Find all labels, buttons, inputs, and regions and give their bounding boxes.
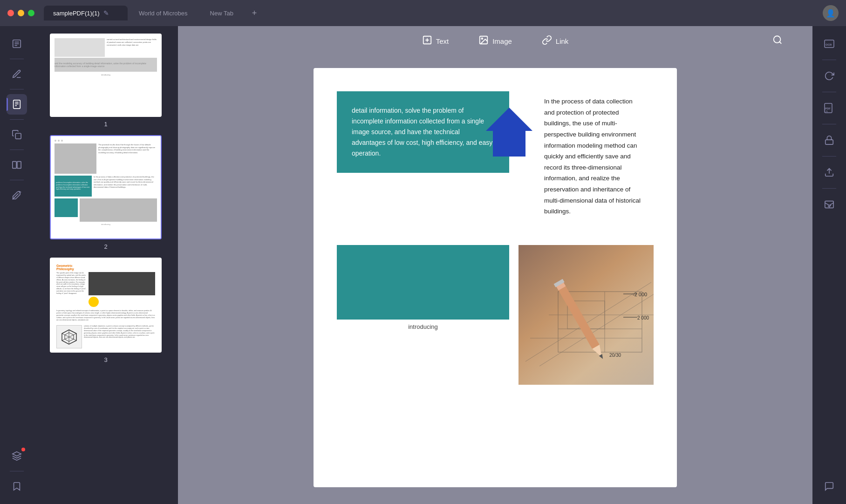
thumb-label-3: 3 — [104, 356, 107, 363]
svg-rect-8 — [15, 133, 21, 139]
sidebar-icon-bookmark[interactable] — [7, 476, 27, 497]
thumbnail-panel[interactable]: carried out and architectural and enviro… — [34, 26, 178, 504]
right-sidebar: OCR PDF /A — [812, 26, 846, 504]
right-divider-1 — [822, 60, 836, 60]
sidebar-divider-2 — [10, 89, 24, 89]
text-icon — [422, 35, 432, 48]
teal-box-text: detail information, solve the problem of… — [352, 107, 492, 157]
svg-rect-50 — [826, 140, 833, 144]
traffic-lights — [7, 10, 34, 16]
active-indicator — [7, 98, 8, 111]
svg-line-24 — [779, 42, 781, 44]
close-button[interactable] — [7, 10, 14, 16]
svg-rect-4 — [14, 100, 20, 109]
thumb3-content: GeometricPhilosophy The specific point o… — [51, 259, 161, 352]
svg-text:20/30: 20/30 — [609, 353, 621, 358]
svg-marker-25 — [486, 108, 532, 157]
link-icon — [542, 35, 552, 48]
tab-newtab[interactable]: New Tab — [199, 6, 245, 20]
bottom-teal-block — [337, 245, 509, 320]
maximize-button[interactable] — [28, 10, 34, 16]
main-area: carried out and architectural and enviro… — [0, 26, 846, 504]
svg-rect-9 — [13, 162, 16, 169]
svg-line-11 — [13, 193, 19, 199]
sidebar-icon-reader[interactable] — [7, 34, 27, 54]
mail-button[interactable] — [819, 194, 839, 215]
pdfa-button[interactable]: PDF /A — [819, 98, 839, 118]
title-bar: samplePDF(1)(1) ✎ World of Microbes New … — [0, 0, 846, 26]
thumbnail-item-2[interactable]: The practical results show that through … — [41, 135, 171, 250]
image-tool-label: Image — [492, 37, 512, 45]
svg-text:-2 000: -2 000 — [633, 292, 647, 297]
sidebar-icon-brush[interactable] — [7, 185, 27, 205]
search-button[interactable] — [772, 35, 783, 48]
right-divider-5 — [822, 188, 836, 189]
new-tab-button[interactable]: + — [245, 5, 265, 22]
image-tool-button[interactable]: Image — [471, 31, 519, 51]
rotate-button[interactable] — [819, 66, 839, 86]
sidebar-icon-layers[interactable] — [7, 446, 27, 466]
share-button[interactable] — [819, 162, 839, 183]
introducing-label: introducing — [337, 320, 509, 334]
sidebar-icon-pages[interactable] — [7, 94, 27, 115]
pdf-page: detail information, solve the problem of… — [314, 68, 677, 487]
sidebar-divider-5 — [10, 180, 24, 180]
thumbnail-frame-1[interactable]: carried out and architectural and enviro… — [50, 34, 162, 117]
sidebar-divider-4 — [10, 150, 24, 150]
svg-rect-10 — [17, 162, 21, 169]
text-tool-label: Text — [436, 37, 449, 45]
thumbnail-item-1[interactable]: carried out and architectural and enviro… — [41, 34, 171, 128]
right-text: In the process of data collection and pr… — [544, 98, 641, 215]
thumbnail-frame-2[interactable]: The practical results show that through … — [50, 135, 162, 239]
svg-point-23 — [774, 36, 781, 43]
active-tab[interactable]: samplePDF(1)(1) ✎ — [44, 6, 128, 20]
sidebar-divider-1 — [10, 59, 24, 59]
page2-content: detail information, solve the problem of… — [314, 68, 677, 394]
thumb-label-2: 2 — [104, 243, 107, 250]
blueprint-image: -2 000 2 000 20/30 — [519, 245, 654, 385]
thumbnail-frame-3[interactable]: GeometricPhilosophy The specific point o… — [50, 258, 162, 353]
thumbnail-item-3[interactable]: GeometricPhilosophy The specific point o… — [41, 258, 171, 363]
thumb2-content: The practical results show that through … — [51, 136, 161, 238]
image-icon — [478, 35, 489, 48]
sidebar-icon-compare[interactable] — [7, 155, 27, 175]
link-tool-label: Link — [556, 37, 569, 45]
right-divider-4 — [822, 156, 836, 157]
text-tool-button[interactable]: Text — [415, 31, 457, 51]
blue-arrow-element — [484, 105, 535, 164]
svg-text:2 000: 2 000 — [637, 315, 649, 320]
sidebar-icon-annotate[interactable] — [7, 64, 27, 84]
svg-text:OCR: OCR — [826, 43, 832, 46]
thumb-label-1: 1 — [104, 121, 107, 128]
thumb1-content: carried out and architectural and enviro… — [51, 34, 161, 116]
right-divider-2 — [822, 92, 836, 92]
right-divider-3 — [822, 124, 836, 124]
sidebar-icon-copy[interactable] — [7, 124, 27, 145]
minimize-button[interactable] — [18, 10, 24, 16]
pdf-content-area[interactable]: Text Image — [178, 26, 812, 504]
sidebar-divider-6 — [10, 471, 24, 471]
svg-text:/A: /A — [826, 110, 828, 113]
notification-badge — [21, 448, 25, 451]
svg-marker-12 — [13, 452, 21, 456]
left-sidebar — [0, 26, 34, 504]
comment-button[interactable] — [819, 476, 839, 497]
content-toolbar: Text Image — [178, 26, 812, 56]
link-tool-button[interactable]: Link — [534, 31, 576, 51]
user-avatar[interactable]: 👤 — [823, 5, 839, 21]
svg-point-22 — [482, 38, 483, 39]
edit-icon[interactable]: ✎ — [103, 9, 109, 17]
tab-microbes[interactable]: World of Microbes — [128, 6, 199, 20]
active-tab-label: samplePDF(1)(1) — [53, 10, 100, 17]
lock-button[interactable] — [819, 130, 839, 150]
ocr-button[interactable]: OCR — [819, 34, 839, 54]
sidebar-divider-3 — [10, 119, 24, 120]
